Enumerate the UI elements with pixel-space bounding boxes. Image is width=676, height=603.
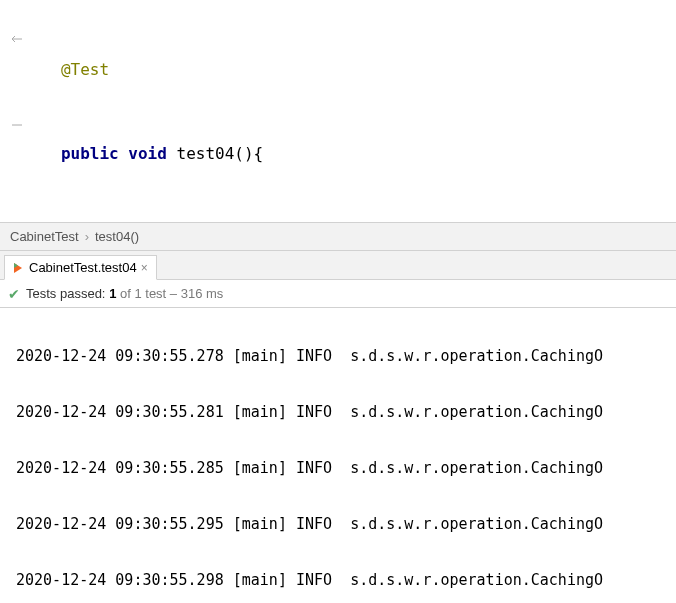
annotation: @Test [61,60,109,79]
breadcrumb-child[interactable]: test04() [95,229,139,244]
method-end-icon [10,118,24,132]
code-content[interactable]: @Test public void test04(){ int test = t… [32,0,610,222]
breadcrumb-separator-icon: › [85,229,89,244]
log-line: 2020-12-24 09:30:55.295 [main] INFO s.d.… [16,510,676,538]
run-config-icon [11,261,25,275]
keyword-public: public [61,144,119,163]
run-tab-label: CabinetTest.test04 [29,260,137,275]
status-time: – 316 ms [170,286,223,301]
method-separator-icon [10,32,24,46]
status-prefix: Tests passed: [26,286,106,301]
close-icon[interactable]: × [141,261,148,275]
status-total: of 1 test [120,286,166,301]
log-line: 2020-12-24 09:30:55.285 [main] INFO s.d.… [16,454,676,482]
editor-gutter [0,0,32,222]
code-editor[interactable]: @Test public void test04(){ int test = t… [0,0,676,222]
keyword-void: void [128,144,167,163]
log-line: 2020-12-24 09:30:55.278 [main] INFO s.d.… [16,342,676,370]
breadcrumb[interactable]: CabinetTest › test04() [0,222,676,250]
breadcrumb-parent[interactable]: CabinetTest [10,229,79,244]
status-passed-count: 1 [109,286,116,301]
test-status-bar: ✔ Tests passed: 1 of 1 test – 316 ms [0,280,676,308]
run-tab-bar: CabinetTest.test04 × [0,250,676,280]
run-tab[interactable]: CabinetTest.test04 × [4,255,157,280]
log-line: 2020-12-24 09:30:55.281 [main] INFO s.d.… [16,398,676,426]
method-signature: test04(){ [177,144,264,163]
check-icon: ✔ [8,286,20,302]
log-line: 2020-12-24 09:30:55.298 [main] INFO s.d.… [16,566,676,594]
console-output[interactable]: 2020-12-24 09:30:55.278 [main] INFO s.d.… [0,308,676,603]
